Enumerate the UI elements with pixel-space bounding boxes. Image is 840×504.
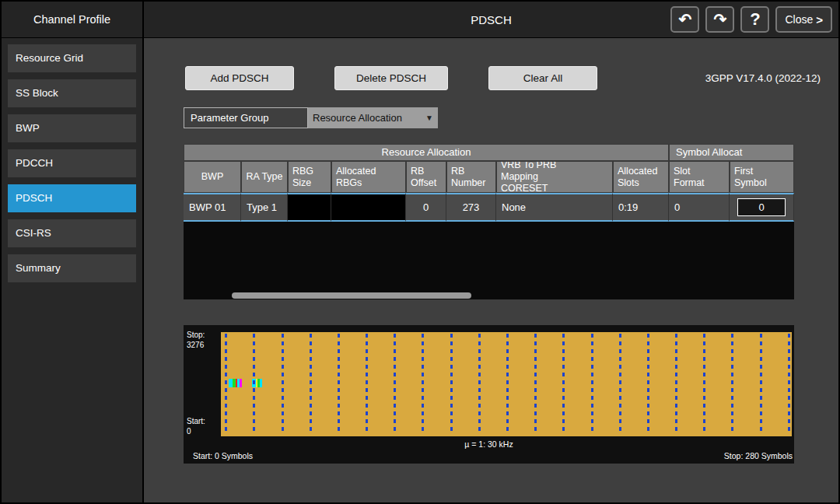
close-label: Close xyxy=(785,13,813,26)
cell-vrb-to-prb[interactable]: None xyxy=(496,193,613,222)
slot-boundary-line xyxy=(282,334,284,435)
column-header-slot-format: Slot Format xyxy=(669,161,730,193)
slot-boundary-line xyxy=(253,334,255,435)
clear-all-button[interactable]: Clear All xyxy=(488,66,597,90)
pdsch-table: Resource Allocation Symbol Allocat BWP R… xyxy=(184,144,794,299)
help-icon: ? xyxy=(750,9,760,29)
slot-boundary-line xyxy=(619,334,621,435)
allocation-plot xyxy=(221,332,792,436)
x-axis-stop-label: Stop: 280 Symbols xyxy=(724,451,793,460)
pdsch-toolbar: Add PDSCH Delete PDSCH Clear All xyxy=(185,66,597,90)
group-header-symbol-allocation: Symbol Allocat xyxy=(669,144,794,161)
column-header-bwp: BWP xyxy=(184,161,241,193)
numerology-label: µ = 1: 30 kHz xyxy=(184,439,794,449)
sidebar-item-summary[interactable]: Summary xyxy=(8,254,136,282)
sidebar-item-bwp[interactable]: BWP xyxy=(8,114,136,142)
app-window: Channel Profile Resource Grid SS Block B… xyxy=(2,2,838,502)
slot-boundary-line xyxy=(788,334,790,435)
table-empty-area xyxy=(184,222,794,299)
topbar: PDSCH ↶ ↷ ? Close > xyxy=(144,2,838,38)
slot-boundary-line xyxy=(338,334,340,435)
main-panel: PDSCH ↶ ↷ ? Close > Add PDSCH Delete PDS… xyxy=(144,2,838,502)
sidebar-items: Resource Grid SS Block BWP PDCCH PDSCH C… xyxy=(2,38,142,289)
cell-rbg-size xyxy=(288,193,331,222)
undo-icon: ↶ xyxy=(679,11,692,28)
sidebar-item-resource-grid[interactable]: Resource Grid xyxy=(8,44,136,72)
cell-allocated-slots[interactable]: 0:19 xyxy=(613,193,669,222)
cell-allocated-rbgs xyxy=(331,193,406,222)
slot-boundary-line xyxy=(225,334,227,435)
column-header-vrb-to-prb: VRB To PRB Mapping CORESET xyxy=(496,161,613,193)
slot-boundary-line xyxy=(731,334,733,435)
slot-boundary-line xyxy=(450,334,453,435)
cell-rb-number[interactable]: 273 xyxy=(446,193,496,222)
column-header-rb-offset: RB Offset xyxy=(406,161,446,193)
parameter-group-row: Parameter Group Resource Allocation ▼ xyxy=(184,107,438,128)
parameter-group-value: Resource Allocation xyxy=(313,112,402,124)
chevron-right-icon: > xyxy=(816,13,823,26)
column-header-rb-number: RB Number xyxy=(446,161,496,193)
cell-rb-offset[interactable]: 0 xyxy=(406,193,446,222)
slot-boundary-line xyxy=(506,334,509,435)
sidebar-title: Channel Profile xyxy=(2,2,142,38)
cell-ra-type[interactable]: Type 1 xyxy=(241,193,288,222)
close-button[interactable]: Close > xyxy=(775,6,832,33)
column-header-ra-type: RA Type xyxy=(241,161,288,193)
slot-boundary-line xyxy=(366,334,368,435)
topbar-actions: ↶ ↷ ? Close > xyxy=(670,6,838,33)
slot-boundary-line xyxy=(647,334,649,435)
slot-boundary-line xyxy=(703,334,705,435)
slot-boundary-line xyxy=(760,334,762,435)
cell-bwp[interactable]: BWP 01 xyxy=(184,193,241,222)
parameter-group-label: Parameter Group xyxy=(184,107,308,128)
redo-icon: ↷ xyxy=(714,11,727,28)
sidebar-item-csi-rs[interactable]: CSI-RS xyxy=(8,219,136,247)
column-header-first-symbol: First Symbol xyxy=(730,161,794,193)
help-button[interactable]: ? xyxy=(740,6,769,33)
slot-boundary-line xyxy=(675,334,677,435)
allocation-marker-1 xyxy=(229,379,242,387)
sidebar-item-ss-block[interactable]: SS Block xyxy=(8,79,136,107)
slot-boundary-line xyxy=(591,334,593,435)
add-pdsch-button[interactable]: Add PDSCH xyxy=(185,66,294,90)
slot-boundary-line xyxy=(310,334,312,435)
undo-button[interactable]: ↶ xyxy=(670,6,699,33)
horizontal-scrollbar[interactable] xyxy=(184,292,794,299)
y-axis-stop-label: Stop: 3276 xyxy=(187,331,205,350)
parameter-group-select[interactable]: Resource Allocation ▼ xyxy=(308,107,438,128)
x-axis-start-label: Start: 0 Symbols xyxy=(193,451,253,460)
dropdown-arrow-icon: ▼ xyxy=(425,114,433,122)
version-label: 3GPP V17.4.0 (2022-12) xyxy=(705,72,821,84)
group-header-resource-allocation: Resource Allocation xyxy=(184,144,669,161)
slot-boundary-line xyxy=(534,334,537,435)
slot-boundary-line xyxy=(562,334,565,435)
allocation-chart: Stop: 3276 Start: 0 µ = 1: 30 kHz Start:… xyxy=(184,325,794,464)
slot-boundary-line xyxy=(478,334,481,435)
content-area: Add PDSCH Delete PDSCH Clear All 3GPP V1… xyxy=(144,38,838,502)
redo-button[interactable]: ↷ xyxy=(705,6,734,33)
first-symbol-input[interactable]: 0 xyxy=(737,198,786,216)
slot-boundary-line xyxy=(422,334,424,435)
y-axis-start-label: Start: 0 xyxy=(187,417,205,436)
sidebar-item-pdsch[interactable]: PDSCH xyxy=(8,184,136,212)
delete-pdsch-button[interactable]: Delete PDSCH xyxy=(334,66,448,90)
scrollbar-thumb[interactable] xyxy=(232,292,471,299)
sidebar-item-pdcch[interactable]: PDCCH xyxy=(8,149,136,177)
slot-boundary-line xyxy=(394,334,396,435)
cell-first-symbol: 0 xyxy=(730,193,794,222)
column-header-rbg-size: RBG Size xyxy=(288,161,331,193)
cell-slot-format[interactable]: 0 xyxy=(669,193,730,222)
column-header-allocated-rbgs: Allocated RBGs xyxy=(331,161,406,193)
column-header-allocated-slots: Allocated Slots xyxy=(613,161,669,193)
sidebar: Channel Profile Resource Grid SS Block B… xyxy=(2,2,144,502)
